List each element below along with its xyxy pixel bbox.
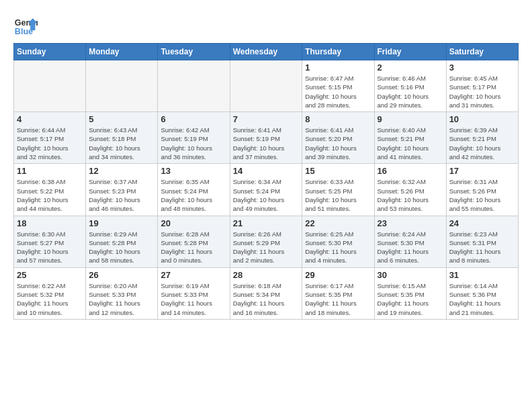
day-info: Sunrise: 6:19 AM Sunset: 5:33 PM Dayligh… [161, 281, 226, 317]
day-number: 17 [449, 166, 515, 176]
calendar-cell: 17Sunrise: 6:31 AM Sunset: 5:26 PM Dayli… [446, 164, 518, 216]
day-info: Sunrise: 6:17 AM Sunset: 5:35 PM Dayligh… [305, 281, 371, 317]
calendar-cell: 20Sunrise: 6:28 AM Sunset: 5:28 PM Dayli… [158, 216, 230, 267]
day-info: Sunrise: 6:22 AM Sunset: 5:32 PM Dayligh… [17, 281, 83, 317]
calendar-cell [14, 60, 86, 112]
day-number: 29 [305, 270, 371, 280]
calendar-cell: 15Sunrise: 6:33 AM Sunset: 5:25 PM Dayli… [302, 164, 374, 216]
day-number: 4 [17, 114, 83, 124]
col-header-tuesday: Tuesday [158, 44, 230, 60]
day-number: 31 [449, 270, 515, 280]
day-number: 7 [233, 114, 300, 124]
day-number: 23 [378, 218, 443, 228]
day-number: 14 [233, 166, 300, 176]
day-number: 11 [17, 166, 83, 176]
col-header-monday: Monday [86, 44, 158, 60]
calendar-cell: 24Sunrise: 6:23 AM Sunset: 5:31 PM Dayli… [446, 216, 518, 267]
day-number: 25 [17, 270, 83, 280]
day-number: 28 [233, 270, 300, 280]
calendar-cell: 26Sunrise: 6:20 AM Sunset: 5:33 PM Dayli… [86, 267, 158, 319]
day-info: Sunrise: 6:33 AM Sunset: 5:25 PM Dayligh… [305, 177, 371, 213]
day-number: 2 [378, 62, 443, 73]
day-info: Sunrise: 6:29 AM Sunset: 5:28 PM Dayligh… [89, 230, 154, 265]
day-number: 15 [305, 166, 371, 176]
day-number: 8 [305, 114, 371, 124]
day-info: Sunrise: 6:47 AM Sunset: 5:15 PM Dayligh… [305, 74, 371, 109]
day-number: 22 [305, 218, 371, 228]
day-info: Sunrise: 6:37 AM Sunset: 5:23 PM Dayligh… [89, 177, 154, 213]
calendar-cell: 3Sunrise: 6:45 AM Sunset: 5:17 PM Daylig… [446, 60, 518, 112]
day-number: 18 [17, 218, 83, 228]
day-info: Sunrise: 6:31 AM Sunset: 5:26 PM Dayligh… [449, 177, 515, 213]
day-info: Sunrise: 6:38 AM Sunset: 5:22 PM Dayligh… [17, 177, 83, 213]
day-info: Sunrise: 6:46 AM Sunset: 5:16 PM Dayligh… [378, 74, 443, 109]
day-info: Sunrise: 6:25 AM Sunset: 5:30 PM Dayligh… [305, 230, 371, 265]
day-number: 1 [305, 62, 371, 73]
day-number: 21 [233, 218, 300, 228]
logo: General Blue [13, 13, 38, 38]
day-info: Sunrise: 6:39 AM Sunset: 5:21 PM Dayligh… [449, 126, 515, 161]
calendar-cell [158, 60, 230, 112]
page-header: General Blue [13, 11, 519, 38]
calendar-cell: 19Sunrise: 6:29 AM Sunset: 5:28 PM Dayli… [86, 216, 158, 267]
day-number: 5 [89, 114, 154, 124]
calendar-cell: 7Sunrise: 6:41 AM Sunset: 5:19 PM Daylig… [230, 112, 302, 164]
calendar-cell: 12Sunrise: 6:37 AM Sunset: 5:23 PM Dayli… [86, 164, 158, 216]
calendar-cell: 28Sunrise: 6:18 AM Sunset: 5:34 PM Dayli… [230, 267, 302, 319]
calendar-week-5: 25Sunrise: 6:22 AM Sunset: 5:32 PM Dayli… [14, 267, 519, 319]
day-info: Sunrise: 6:14 AM Sunset: 5:36 PM Dayligh… [449, 281, 515, 317]
calendar-cell: 23Sunrise: 6:24 AM Sunset: 5:30 PM Dayli… [374, 216, 446, 267]
col-header-thursday: Thursday [302, 44, 374, 60]
calendar-cell: 13Sunrise: 6:35 AM Sunset: 5:24 PM Dayli… [158, 164, 230, 216]
calendar-cell [86, 60, 158, 112]
day-info: Sunrise: 6:30 AM Sunset: 5:27 PM Dayligh… [17, 230, 83, 265]
calendar-cell: 5Sunrise: 6:43 AM Sunset: 5:18 PM Daylig… [86, 112, 158, 164]
calendar-header-row: SundayMondayTuesdayWednesdayThursdayFrid… [14, 44, 519, 60]
day-info: Sunrise: 6:41 AM Sunset: 5:20 PM Dayligh… [305, 126, 371, 161]
day-info: Sunrise: 6:35 AM Sunset: 5:24 PM Dayligh… [161, 177, 226, 213]
calendar-cell: 29Sunrise: 6:17 AM Sunset: 5:35 PM Dayli… [302, 267, 374, 319]
calendar-cell: 21Sunrise: 6:26 AM Sunset: 5:29 PM Dayli… [230, 216, 302, 267]
calendar-table: SundayMondayTuesdayWednesdayThursdayFrid… [13, 43, 519, 320]
day-number: 10 [449, 114, 515, 124]
calendar-cell: 6Sunrise: 6:42 AM Sunset: 5:19 PM Daylig… [158, 112, 230, 164]
day-info: Sunrise: 6:26 AM Sunset: 5:29 PM Dayligh… [233, 230, 300, 265]
day-number: 13 [161, 166, 226, 176]
day-info: Sunrise: 6:23 AM Sunset: 5:31 PM Dayligh… [449, 230, 515, 265]
day-number: 20 [161, 218, 226, 228]
day-info: Sunrise: 6:24 AM Sunset: 5:30 PM Dayligh… [378, 230, 443, 265]
calendar-week-4: 18Sunrise: 6:30 AM Sunset: 5:27 PM Dayli… [14, 216, 519, 267]
day-info: Sunrise: 6:45 AM Sunset: 5:17 PM Dayligh… [449, 74, 515, 109]
day-info: Sunrise: 6:43 AM Sunset: 5:18 PM Dayligh… [89, 126, 154, 161]
day-number: 30 [378, 270, 443, 280]
day-number: 16 [378, 166, 443, 176]
svg-text:Blue: Blue [15, 27, 33, 36]
calendar-cell: 10Sunrise: 6:39 AM Sunset: 5:21 PM Dayli… [446, 112, 518, 164]
day-number: 6 [161, 114, 226, 124]
day-number: 9 [378, 114, 443, 124]
day-info: Sunrise: 6:34 AM Sunset: 5:24 PM Dayligh… [233, 177, 300, 213]
day-number: 3 [449, 62, 515, 73]
day-number: 26 [89, 270, 154, 280]
calendar-cell: 1Sunrise: 6:47 AM Sunset: 5:15 PM Daylig… [302, 60, 374, 112]
day-info: Sunrise: 6:44 AM Sunset: 5:17 PM Dayligh… [17, 126, 83, 161]
day-number: 19 [89, 218, 154, 228]
calendar-cell: 25Sunrise: 6:22 AM Sunset: 5:32 PM Dayli… [14, 267, 86, 319]
calendar-cell: 9Sunrise: 6:40 AM Sunset: 5:21 PM Daylig… [374, 112, 446, 164]
calendar-week-2: 4Sunrise: 6:44 AM Sunset: 5:17 PM Daylig… [14, 112, 519, 164]
calendar-cell: 4Sunrise: 6:44 AM Sunset: 5:17 PM Daylig… [14, 112, 86, 164]
day-info: Sunrise: 6:18 AM Sunset: 5:34 PM Dayligh… [233, 281, 300, 317]
day-info: Sunrise: 6:41 AM Sunset: 5:19 PM Dayligh… [233, 126, 300, 161]
calendar-cell: 22Sunrise: 6:25 AM Sunset: 5:30 PM Dayli… [302, 216, 374, 267]
calendar-week-3: 11Sunrise: 6:38 AM Sunset: 5:22 PM Dayli… [14, 164, 519, 216]
day-info: Sunrise: 6:15 AM Sunset: 5:35 PM Dayligh… [378, 281, 443, 317]
calendar-cell: 30Sunrise: 6:15 AM Sunset: 5:35 PM Dayli… [374, 267, 446, 319]
calendar-cell: 2Sunrise: 6:46 AM Sunset: 5:16 PM Daylig… [374, 60, 446, 112]
calendar-cell: 11Sunrise: 6:38 AM Sunset: 5:22 PM Dayli… [14, 164, 86, 216]
calendar-week-1: 1Sunrise: 6:47 AM Sunset: 5:15 PM Daylig… [14, 60, 519, 112]
day-info: Sunrise: 6:40 AM Sunset: 5:21 PM Dayligh… [378, 126, 443, 161]
day-number: 24 [449, 218, 515, 228]
day-info: Sunrise: 6:28 AM Sunset: 5:28 PM Dayligh… [161, 230, 226, 265]
day-number: 12 [89, 166, 154, 176]
calendar-cell: 16Sunrise: 6:32 AM Sunset: 5:26 PM Dayli… [374, 164, 446, 216]
